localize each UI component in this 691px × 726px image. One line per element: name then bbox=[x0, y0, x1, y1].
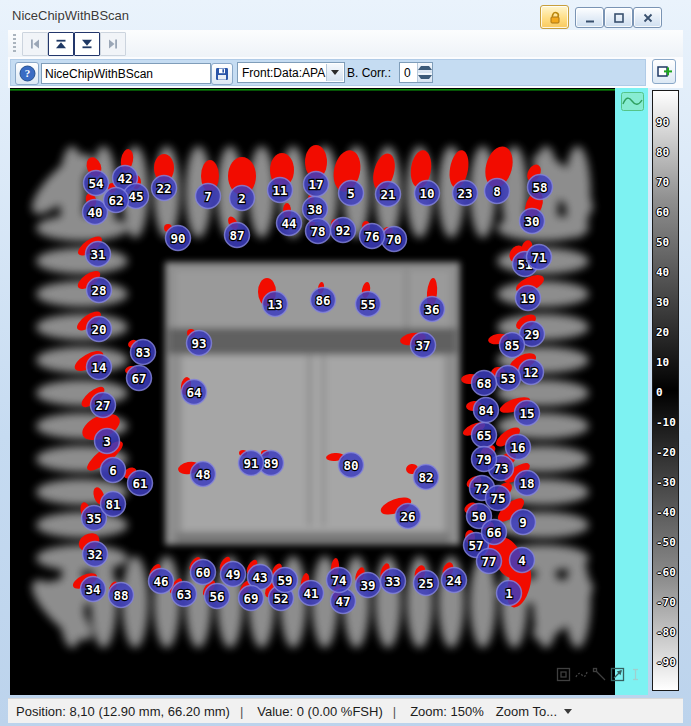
frame-icon[interactable] bbox=[556, 667, 571, 686]
b-corr-spinner[interactable]: 0 bbox=[399, 62, 433, 83]
defect-marker[interactable]: 12 bbox=[519, 360, 544, 385]
spin-down-button[interactable] bbox=[418, 73, 432, 83]
defect-marker[interactable]: 64 bbox=[182, 380, 207, 405]
defect-marker[interactable]: 46 bbox=[149, 569, 174, 594]
measure-line-icon[interactable] bbox=[592, 667, 607, 686]
dataset-name-input[interactable] bbox=[41, 63, 211, 84]
defect-marker[interactable]: 11 bbox=[268, 178, 293, 203]
defect-marker[interactable]: 62 bbox=[104, 188, 129, 213]
defect-marker[interactable]: 5 bbox=[339, 181, 364, 206]
defect-marker[interactable]: 70 bbox=[382, 227, 407, 252]
spin-up-button[interactable] bbox=[418, 63, 432, 73]
zoom-to-dropdown[interactable]: Zoom To... bbox=[496, 704, 557, 719]
defect-marker[interactable]: 10 bbox=[415, 181, 440, 206]
minimize-button[interactable] bbox=[575, 7, 604, 28]
channel-select[interactable]: Front:Data:APA bbox=[237, 62, 345, 83]
title-bar[interactable]: NiceChipWithBScan bbox=[0, 0, 691, 30]
defect-marker[interactable]: 84 bbox=[474, 398, 499, 423]
defect-marker[interactable]: 36 bbox=[420, 297, 445, 322]
defect-marker[interactable]: 18 bbox=[515, 471, 540, 496]
scan-image[interactable]: 1234567891011121314151617181920212223242… bbox=[10, 88, 615, 695]
defect-marker[interactable]: 48 bbox=[191, 462, 216, 487]
trace-icon[interactable] bbox=[574, 667, 589, 686]
defect-marker[interactable]: 20 bbox=[87, 317, 112, 342]
defect-marker[interactable]: 77 bbox=[477, 549, 502, 574]
defect-marker[interactable]: 88 bbox=[109, 583, 134, 608]
defect-marker[interactable]: 66 bbox=[482, 520, 507, 545]
defect-marker[interactable]: 31 bbox=[86, 242, 111, 267]
defect-marker[interactable]: 63 bbox=[172, 582, 197, 607]
defect-marker[interactable]: 6 bbox=[101, 458, 126, 483]
defect-marker[interactable]: 27 bbox=[91, 393, 116, 418]
defect-marker[interactable]: 21 bbox=[376, 182, 401, 207]
defect-marker[interactable]: 78 bbox=[306, 219, 331, 244]
defect-marker[interactable]: 3 bbox=[95, 429, 120, 454]
defect-marker[interactable]: 17 bbox=[304, 172, 329, 197]
defect-marker[interactable]: 49 bbox=[221, 562, 246, 587]
defect-marker[interactable]: 44 bbox=[277, 211, 302, 236]
defect-marker[interactable]: 80 bbox=[339, 453, 364, 478]
defect-marker[interactable]: 26 bbox=[396, 504, 421, 529]
close-button[interactable] bbox=[633, 7, 662, 28]
defect-marker[interactable]: 87 bbox=[225, 223, 250, 248]
defect-marker[interactable]: 8 bbox=[485, 179, 510, 204]
nav-first-button[interactable] bbox=[22, 32, 48, 56]
defect-marker[interactable]: 30 bbox=[520, 209, 545, 234]
defect-marker[interactable]: 34 bbox=[81, 577, 106, 602]
defect-marker[interactable]: 67 bbox=[127, 366, 152, 391]
defect-marker[interactable]: 54 bbox=[84, 171, 109, 196]
defect-marker[interactable]: 14 bbox=[87, 355, 112, 380]
save-button[interactable] bbox=[211, 63, 233, 85]
defect-marker[interactable]: 75 bbox=[486, 486, 511, 511]
defect-marker[interactable]: 25 bbox=[414, 571, 439, 596]
defect-marker[interactable]: 74 bbox=[327, 568, 352, 593]
nav-down-button[interactable] bbox=[74, 32, 100, 56]
defect-marker[interactable]: 24 bbox=[442, 568, 467, 593]
defect-marker[interactable]: 85 bbox=[500, 333, 525, 358]
defect-marker[interactable]: 58 bbox=[528, 175, 553, 200]
defect-marker[interactable]: 76 bbox=[360, 224, 385, 249]
defect-marker[interactable]: 61 bbox=[128, 471, 153, 496]
defect-marker[interactable]: 91 bbox=[239, 451, 264, 476]
defect-marker[interactable]: 93 bbox=[187, 331, 212, 356]
defect-marker[interactable]: 1 bbox=[497, 581, 522, 606]
defect-marker[interactable]: 82 bbox=[414, 465, 439, 490]
nav-up-button[interactable] bbox=[48, 32, 74, 56]
channel-dropdown-button[interactable] bbox=[326, 64, 343, 81]
defect-marker[interactable]: 60 bbox=[191, 560, 216, 585]
defect-marker[interactable]: 15 bbox=[515, 401, 540, 426]
defect-marker[interactable]: 13 bbox=[263, 292, 288, 317]
defect-marker[interactable]: 38 bbox=[303, 197, 328, 222]
defect-marker[interactable]: 28 bbox=[87, 278, 112, 303]
defect-marker[interactable]: 22 bbox=[152, 176, 177, 201]
defect-marker[interactable]: 90 bbox=[166, 226, 191, 251]
defect-marker[interactable]: 71 bbox=[527, 245, 552, 270]
defect-marker[interactable]: 56 bbox=[205, 584, 230, 609]
add-view-button[interactable] bbox=[652, 59, 676, 84]
text-cursor-icon[interactable] bbox=[628, 667, 643, 686]
defect-marker[interactable]: 86 bbox=[311, 288, 336, 313]
defect-marker[interactable]: 2 bbox=[230, 186, 255, 211]
defect-marker[interactable]: 79 bbox=[472, 447, 497, 472]
defect-marker[interactable]: 9 bbox=[511, 510, 536, 535]
defect-marker[interactable]: 23 bbox=[453, 181, 478, 206]
defect-marker[interactable]: 39 bbox=[356, 573, 381, 598]
help-button[interactable]: ? bbox=[15, 62, 39, 85]
defect-marker[interactable]: 33 bbox=[381, 569, 406, 594]
defect-marker[interactable]: 53 bbox=[496, 366, 521, 391]
defect-marker[interactable]: 81 bbox=[101, 492, 126, 517]
defect-marker[interactable]: 37 bbox=[411, 333, 436, 358]
toolbar-grip-icon[interactable] bbox=[13, 34, 16, 53]
signal-wave-icon[interactable] bbox=[621, 92, 644, 111]
defect-marker[interactable]: 55 bbox=[356, 292, 381, 317]
defect-marker[interactable]: 83 bbox=[131, 340, 156, 365]
defect-marker[interactable]: 92 bbox=[331, 218, 356, 243]
defect-marker[interactable]: 65 bbox=[472, 423, 497, 448]
defect-marker[interactable]: 68 bbox=[472, 371, 497, 396]
defect-marker[interactable]: 4 bbox=[510, 548, 535, 573]
pan-icon[interactable] bbox=[610, 667, 625, 686]
lock-button[interactable] bbox=[540, 5, 569, 29]
defect-marker[interactable]: 7 bbox=[196, 184, 221, 209]
nav-last-button[interactable] bbox=[100, 32, 126, 56]
maximize-button[interactable] bbox=[604, 7, 633, 28]
